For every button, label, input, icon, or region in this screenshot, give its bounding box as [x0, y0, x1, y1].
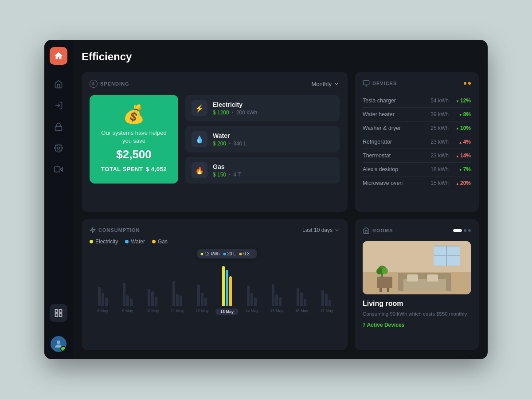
svg-point-31: [376, 268, 383, 274]
app-container: Efficiency $ SPENDING Monthly: [44, 40, 488, 359]
device-row: Water heater 39 kWh 8%: [363, 108, 471, 121]
devices-menu[interactable]: [464, 82, 471, 85]
svg-rect-6: [59, 310, 62, 313]
water-info: Water $ 200 • 340 L: [213, 132, 333, 147]
rooms-header: ROOMS: [363, 227, 471, 234]
page-title: Efficiency: [82, 51, 479, 63]
svg-rect-8: [59, 314, 62, 317]
consumption-title: CONSUMPTION: [90, 227, 140, 233]
period-selector[interactable]: Monthly: [311, 81, 340, 87]
svg-point-32: [382, 268, 388, 274]
utility-list: ⚡ Electricity $ 1200 • 200 kWh: [185, 95, 340, 184]
device-change: 8%: [454, 111, 471, 117]
device-kwh: 54 kWh: [429, 98, 449, 104]
device-row: Alex's desktop 18 kWh 7%: [363, 163, 471, 176]
device-name: Refrigerator: [363, 139, 429, 145]
electricity-info: Electricity $ 1200 • 200 kWh: [213, 101, 333, 116]
device-kwh: 23 kWh: [429, 153, 449, 159]
active-devices-link[interactable]: 7 Active Devices: [363, 322, 471, 328]
svg-point-9: [57, 340, 60, 344]
sidebar-item-home[interactable]: [50, 75, 67, 93]
devices-header: DEVICES: [363, 80, 471, 87]
sidebar-item-lock[interactable]: [50, 118, 67, 136]
spending-content: 💰 Our systems have helped you save $2,50…: [90, 95, 340, 184]
consumption-header: CONSUMPTION Last 10 days: [90, 227, 340, 233]
sidebar-item-login[interactable]: [50, 97, 67, 114]
rooms-nav-2[interactable]: [464, 229, 466, 232]
device-kwh: 25 kWh: [429, 125, 449, 131]
svg-rect-27: [379, 288, 382, 292]
svg-point-2: [58, 147, 60, 149]
water-stats: $ 200 • 340 L: [213, 141, 333, 147]
legend-gas: Gas: [152, 239, 168, 245]
rooms-nav: [453, 229, 471, 232]
device-kwh: 23 kWh: [429, 139, 449, 145]
legend-water: Water: [125, 239, 145, 245]
menu-dot-2: [468, 82, 471, 85]
device-name: Water heater: [363, 111, 429, 117]
legend-dot-electricity: [90, 240, 93, 243]
electricity-stats: $ 1200 • 200 kWh: [213, 110, 333, 116]
device-change: 20%: [454, 180, 471, 186]
consumption-card: CONSUMPTION Last 10 days Electricity: [82, 219, 348, 350]
avatar[interactable]: [51, 336, 66, 352]
down-arrow-icon: [456, 98, 459, 104]
svg-rect-7: [55, 314, 58, 317]
device-row: Thermostat 23 kWh 14%: [363, 149, 471, 163]
room-name: Living room: [363, 300, 471, 308]
sidebar-logo[interactable]: [50, 47, 67, 65]
device-change: 14%: [454, 153, 471, 159]
x-label: 12 May: [191, 309, 213, 315]
rooms-nav-active[interactable]: [453, 229, 462, 232]
svg-rect-26: [377, 277, 392, 288]
period-dropdown[interactable]: Last 10 days: [302, 227, 340, 233]
x-label: 17 May: [315, 309, 338, 315]
down-arrow-icon: [459, 166, 462, 172]
device-kwh: 39 kWh: [429, 111, 449, 117]
utility-gas: 🔥 Gas $ 150 • 4 T: [185, 157, 340, 184]
rooms-nav-3[interactable]: [468, 229, 471, 232]
room-description: Consuming 90 kWh which costs $550 monthl…: [363, 310, 471, 318]
device-row: Tesla charger 54 kWh 12%: [363, 94, 471, 108]
x-label: 15 May: [266, 309, 288, 315]
device-name: Thermostat: [363, 153, 429, 159]
svg-rect-1: [55, 126, 62, 130]
room-image: [363, 241, 471, 294]
down-arrow-icon: [456, 125, 459, 131]
money-bag-icon: 💰: [123, 104, 145, 125]
sidebar-item-camera[interactable]: [50, 160, 67, 178]
svg-rect-21: [398, 273, 451, 279]
device-row: Refrigerator 23 kWh 4%: [363, 135, 471, 149]
spending-header: $ SPENDING Monthly: [90, 80, 340, 88]
gas-name: Gas: [213, 163, 333, 170]
device-kwh: 18 kWh: [429, 166, 449, 172]
sidebar-item-settings[interactable]: [50, 139, 67, 157]
svg-rect-19: [434, 255, 460, 256]
sidebar-item-dashboard[interactable]: [50, 304, 67, 322]
svg-marker-3: [60, 168, 63, 171]
electricity-name: Electricity: [213, 101, 333, 108]
svg-marker-13: [90, 228, 95, 233]
device-change: 4%: [454, 139, 471, 145]
devices-title: DEVICES: [363, 80, 397, 87]
menu-dot-1: [464, 82, 466, 85]
gas-icon: 🔥: [192, 162, 207, 178]
up-arrow-icon: [456, 153, 459, 159]
spending-card: $ SPENDING Monthly 💰 Our systems have he…: [82, 72, 348, 212]
svg-rect-28: [387, 288, 389, 292]
device-name: Microwave oven: [363, 180, 429, 186]
legend-electricity: Electricity: [90, 239, 118, 245]
x-label: 10 May: [141, 309, 164, 315]
device-name: Washer & dryer: [363, 125, 429, 131]
spending-icon: $: [90, 80, 98, 88]
electricity-icon: ⚡: [192, 100, 207, 116]
svg-rect-25: [427, 274, 438, 282]
gas-info: Gas $ 150 • 4 T: [213, 163, 333, 178]
legend-dot-water: [125, 240, 129, 243]
device-list: Tesla charger 54 kWh 12% Water heater 39…: [363, 94, 471, 190]
x-label: 11 May: [166, 309, 188, 315]
devices-card: DEVICES Tesla charger 54 kWh 12% Water h…: [355, 72, 479, 212]
device-row: Microwave oven 15 kWh 20%: [363, 176, 471, 190]
savings-amount: $2,500: [116, 148, 152, 161]
x-label: 8 May: [91, 309, 114, 315]
